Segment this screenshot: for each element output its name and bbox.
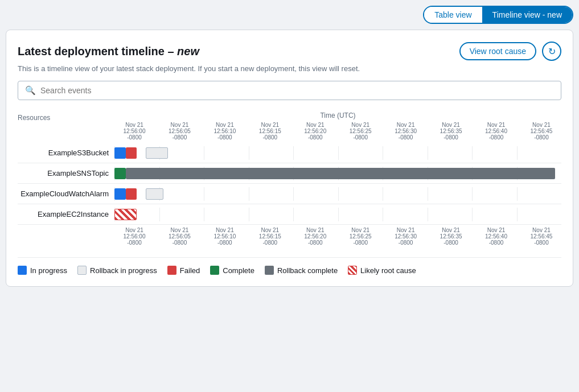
row-track <box>114 167 561 180</box>
resources-label: Resources <box>18 112 114 141</box>
progress-bar <box>114 147 126 159</box>
time-header: Time (UTC) Nov 2112:56:00-0800Nov 2112:5… <box>114 112 561 141</box>
resource-label: ExampleEC2Instance <box>18 210 114 218</box>
view-toggle: Table view Timeline view - new <box>423 6 573 24</box>
time-column-label: Nov 2112:56:10-0800 <box>205 122 245 141</box>
grid-line <box>428 146 473 160</box>
row-track <box>114 187 561 201</box>
grid-line <box>383 146 428 160</box>
row-track <box>114 208 561 221</box>
view-root-cause-button[interactable]: View root cause <box>459 42 536 60</box>
search-input[interactable] <box>40 86 554 95</box>
bottom-time-row: Nov 2112:56:00-0800Nov 2112:56:05-0800No… <box>18 227 561 246</box>
rollback-bar <box>146 147 168 159</box>
legend-label: Rollback complete <box>277 266 338 275</box>
timeline-header: Resources Time (UTC) Nov 2112:56:00-0800… <box>18 112 561 141</box>
time-column-label: Nov 2112:56:25-0800 <box>340 227 380 246</box>
legend-label: Rollback in progress <box>90 266 157 275</box>
grid-line <box>249 146 294 160</box>
time-column-label: Nov 2112:56:00-0800 <box>114 122 154 141</box>
grid-line <box>293 208 338 221</box>
time-column-label: Nov 2112:56:05-0800 <box>159 122 199 141</box>
legend-label: Failed <box>180 266 200 275</box>
page-title: Latest deployment timeline – new <box>18 45 199 58</box>
legend-label: In progress <box>30 266 67 275</box>
swatch-striped <box>348 266 357 275</box>
table-row: ExampleCloudWatchAlarm <box>18 184 561 204</box>
time-column-label: Nov 2112:56:35-0800 <box>431 122 471 141</box>
time-column-label: Nov 2112:56:25-0800 <box>340 122 380 141</box>
legend-failed: Failed <box>167 266 200 275</box>
table-row: ExampleSNSTopic <box>18 163 561 184</box>
failed-bar <box>126 147 137 159</box>
rollback-complete-bar <box>126 168 555 179</box>
complete-bar <box>114 168 126 179</box>
grid-line <box>517 208 562 221</box>
subtitle-text: This is a timeline view of your latest s… <box>18 64 561 73</box>
header-actions: View root cause ↻ <box>459 42 561 61</box>
time-column-label: Nov 2112:56:15-0800 <box>250 122 290 141</box>
swatch-green <box>210 266 219 275</box>
resource-label: ExampleS3Bucket <box>18 148 114 157</box>
time-column-label: Nov 2112:56:20-0800 <box>295 122 335 141</box>
time-column-label: Nov 2112:56:00-0800 <box>114 227 154 246</box>
resource-label: ExampleCloudWatchAlarm <box>18 189 114 198</box>
main-card: Latest deployment timeline – new View ro… <box>6 30 573 287</box>
root-cause-bar <box>114 209 137 220</box>
time-label-row: Nov 2112:56:00-0800Nov 2112:56:05-0800No… <box>114 122 561 141</box>
table-view-button[interactable]: Table view <box>424 7 482 23</box>
time-column-label: Nov 2112:56:40-0800 <box>477 122 516 141</box>
grid-line <box>517 187 562 201</box>
card-header: Latest deployment timeline – new View ro… <box>18 42 561 61</box>
grid-line <box>204 187 249 201</box>
grid-line <box>517 146 562 160</box>
grid-line <box>293 146 338 160</box>
swatch-gray-outline <box>77 266 87 275</box>
grid-line <box>159 187 204 201</box>
legend-in-progress: In progress <box>18 266 67 275</box>
table-row: ExampleS3Bucket <box>18 143 561 163</box>
legend-complete: Complete <box>210 266 254 275</box>
time-column-label: Nov 2112:56:15-0800 <box>250 227 290 246</box>
grid-line <box>428 208 473 221</box>
grid-line <box>338 146 383 160</box>
legend-label: Likely root cause <box>360 266 416 275</box>
time-column-label: Nov 2112:56:45-0800 <box>521 122 561 141</box>
legend-rollback-complete: Rollback complete <box>265 266 338 275</box>
table-row: ExampleEC2Instance <box>18 204 561 225</box>
rollback-bar <box>146 188 163 200</box>
grid-line <box>338 187 383 201</box>
row-track <box>114 146 561 160</box>
legend-label: Complete <box>223 266 254 275</box>
grid-line <box>428 187 473 201</box>
swatch-dark-gray <box>265 266 274 275</box>
failed-bar <box>126 188 137 200</box>
time-column-label: Nov 2112:56:30-0800 <box>386 227 426 246</box>
legend-rollback-in-progress: Rollback in progress <box>77 266 157 275</box>
time-axis-title: Time (UTC) <box>114 112 561 119</box>
search-icon: 🔍 <box>25 85 36 96</box>
grid-line <box>383 187 428 201</box>
time-column-label: Nov 2112:56:05-0800 <box>159 227 199 246</box>
search-bar[interactable]: 🔍 <box>18 81 561 100</box>
grid-line <box>293 187 338 201</box>
timeline-area: Resources Time (UTC) Nov 2112:56:00-0800… <box>18 112 561 246</box>
refresh-button[interactable]: ↻ <box>542 42 561 61</box>
grid-lines <box>114 187 561 201</box>
grid-line <box>472 146 517 160</box>
time-column-label: Nov 2112:56:20-0800 <box>295 227 335 246</box>
top-nav: Table view Timeline view - new <box>6 6 573 24</box>
grid-line <box>383 208 428 221</box>
grid-line <box>249 208 294 221</box>
timeline-view-button[interactable]: Timeline view - new <box>482 7 572 23</box>
grid-line <box>204 208 249 221</box>
grid-line <box>159 208 204 221</box>
progress-bar <box>114 188 126 200</box>
resource-label: ExampleSNSTopic <box>18 169 114 178</box>
time-column-label: Nov 2112:56:10-0800 <box>205 227 245 246</box>
grid-line <box>338 208 383 221</box>
bottom-time-labels: Nov 2112:56:00-0800Nov 2112:56:05-0800No… <box>114 227 561 246</box>
gantt-rows: ExampleS3Bucket ExampleSNSTopic <box>18 143 561 225</box>
time-column-label: Nov 2112:56:45-0800 <box>521 227 561 246</box>
swatch-red <box>167 266 176 275</box>
